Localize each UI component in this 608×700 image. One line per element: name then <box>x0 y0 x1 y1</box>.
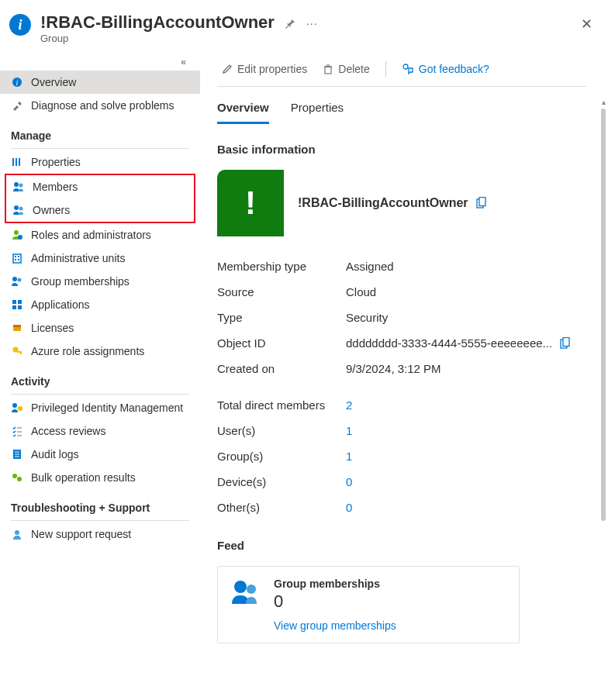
sidebar-item-bulk[interactable]: Bulk operation results <box>0 466 200 489</box>
trash-icon <box>323 64 333 74</box>
log-icon <box>11 448 23 460</box>
sidebar-item-pim[interactable]: Privileged Identity Management <box>0 396 200 419</box>
link-others[interactable]: 0 <box>346 501 352 514</box>
svg-rect-39 <box>325 67 331 74</box>
groups-icon <box>11 275 23 288</box>
svg-point-27 <box>12 403 17 408</box>
tab-overview[interactable]: Overview <box>217 101 269 124</box>
sidebar-item-label: Audit logs <box>31 448 78 460</box>
blade-header: i !RBAC-BillingAccountOwner Group ··· ✕ <box>0 0 608 50</box>
sidebar-item-label: Licenses <box>31 322 74 334</box>
sidebar-section-manage: Manage <box>0 117 200 147</box>
sidebar-item-azure-role[interactable]: Azure role assignments <box>0 340 200 363</box>
feed-card-link[interactable]: View group memberships <box>274 619 396 632</box>
svg-rect-21 <box>18 305 22 309</box>
sidebar-item-label: Owners <box>33 204 70 216</box>
svg-rect-12 <box>15 256 16 257</box>
sidebar-item-label: Access reviews <box>31 425 105 437</box>
svg-point-10 <box>18 235 22 240</box>
sidebar-item-owners[interactable]: Owners <box>6 198 194 222</box>
sidebar-item-members[interactable]: Members <box>6 175 194 198</box>
svg-point-37 <box>17 477 22 481</box>
sidebar-item-support[interactable]: New support request <box>0 522 200 546</box>
license-icon <box>11 322 23 334</box>
collapse-sidebar-button[interactable]: « <box>0 53 200 71</box>
svg-point-38 <box>15 530 19 535</box>
key-icon <box>11 345 23 357</box>
svg-rect-15 <box>18 259 19 260</box>
svg-point-16 <box>12 277 17 281</box>
delete-button[interactable]: Delete <box>318 60 374 78</box>
page-title: !RBAC-BillingAccountOwner <box>40 12 275 33</box>
sidebar-item-label: Members <box>33 181 78 193</box>
sidebar-item-overview[interactable]: i Overview <box>0 71 200 94</box>
sidebar-item-label: New support request <box>31 528 131 540</box>
sidebar-item-label: Diagnose and solve problems <box>31 99 174 112</box>
sidebar-item-label: Azure role assignments <box>31 345 144 357</box>
owners-icon <box>12 204 25 216</box>
value-created: 9/3/2024, 3:12 PM <box>346 362 586 375</box>
sidebar: « i Overview Diagnose and solve problems… <box>0 50 200 700</box>
feed-card: Group memberships 0 View group membershi… <box>217 566 520 643</box>
sidebar-item-label: Properties <box>31 156 81 168</box>
sidebar-item-diagnose[interactable]: Diagnose and solve problems <box>0 94 200 117</box>
sidebar-item-label: Overview <box>31 76 76 88</box>
svg-rect-11 <box>13 254 21 263</box>
svg-text:i: i <box>16 78 19 87</box>
svg-point-17 <box>18 278 22 282</box>
feed-card-title: Group memberships <box>274 578 396 590</box>
sidebar-item-admin-units[interactable]: Administrative units <box>0 247 200 270</box>
label-others: Other(s) <box>217 501 346 514</box>
label-devices: Device(s) <box>217 475 346 488</box>
svg-point-42 <box>403 64 408 69</box>
copy-icon[interactable] <box>476 197 487 209</box>
link-total-members[interactable]: 2 <box>346 398 352 412</box>
feedback-button[interactable]: Got feedback? <box>397 60 494 78</box>
info-circle-icon: i <box>11 76 23 88</box>
scroll-up-icon[interactable]: ▴ <box>600 98 606 105</box>
bulk-icon <box>11 471 23 484</box>
link-devices[interactable]: 0 <box>346 475 352 488</box>
admin-person-icon <box>11 229 23 241</box>
info-icon: i <box>9 14 31 36</box>
groups-large-icon <box>230 578 260 607</box>
svg-point-7 <box>14 205 19 210</box>
value-type: Security <box>346 311 586 324</box>
wrench-icon <box>11 99 23 112</box>
svg-rect-26 <box>20 353 22 354</box>
sidebar-item-roles[interactable]: Roles and administrators <box>0 223 200 247</box>
sidebar-item-audit-logs[interactable]: Audit logs <box>0 443 200 466</box>
svg-rect-2 <box>12 158 14 166</box>
svg-point-9 <box>14 230 19 235</box>
value-object-id: dddddddd-3333-4444-5555-eeeeeeee... <box>346 336 586 350</box>
svg-rect-23 <box>13 325 21 327</box>
link-users[interactable]: 1 <box>346 424 352 437</box>
edit-properties-button[interactable]: Edit properties <box>217 60 312 78</box>
label-groups: Group(s) <box>217 450 346 463</box>
copy-icon[interactable] <box>560 337 571 350</box>
scrollbar-thumb[interactable] <box>601 109 606 521</box>
sidebar-item-access-reviews[interactable]: Access reviews <box>0 419 200 443</box>
checklist-icon <box>11 425 23 437</box>
pencil-icon <box>222 64 233 74</box>
sidebar-section-activity: Activity <box>0 363 200 392</box>
members-icon <box>12 181 25 193</box>
sidebar-item-applications[interactable]: Applications <box>0 293 200 316</box>
svg-point-47 <box>234 581 247 593</box>
svg-rect-46 <box>563 337 569 346</box>
building-icon <box>11 252 23 264</box>
tab-properties[interactable]: Properties <box>291 101 344 124</box>
toolbar: Edit properties Delete Got feedback? <box>217 50 586 86</box>
svg-rect-25 <box>17 351 22 353</box>
close-icon[interactable]: ✕ <box>578 12 596 36</box>
pin-icon[interactable] <box>284 18 295 29</box>
scrollbar[interactable]: ▴ ▾ <box>600 109 606 698</box>
link-groups[interactable]: 1 <box>346 450 352 463</box>
svg-rect-20 <box>12 305 16 309</box>
label-membership-type: Membership type <box>217 260 346 273</box>
sidebar-item-licenses[interactable]: Licenses <box>0 316 200 340</box>
sidebar-item-group-memberships[interactable]: Group memberships <box>0 270 200 293</box>
label-type: Type <box>217 311 346 324</box>
more-icon[interactable]: ··· <box>306 17 318 29</box>
sidebar-item-properties[interactable]: Properties <box>0 150 200 174</box>
